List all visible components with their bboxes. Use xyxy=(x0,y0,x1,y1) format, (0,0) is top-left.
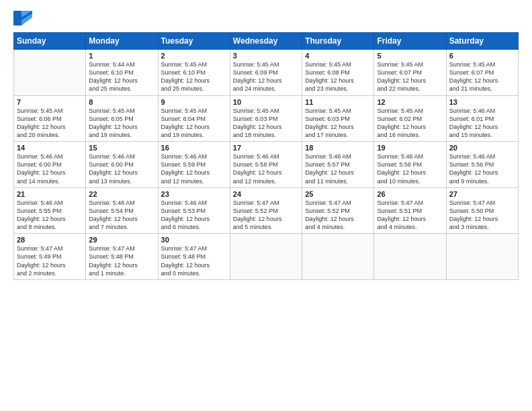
cell-content: Sunrise: 5:45 AMSunset: 6:09 PMDaylight:… xyxy=(233,60,299,93)
day-number: 5 xyxy=(377,52,443,60)
calendar-cell: 22Sunrise: 5:46 AMSunset: 5:54 PMDayligh… xyxy=(86,187,158,234)
calendar-cell: 27Sunrise: 5:47 AMSunset: 5:50 PMDayligh… xyxy=(446,187,518,234)
day-number: 4 xyxy=(305,52,371,60)
calendar-cell: 13Sunrise: 5:46 AMSunset: 6:01 PMDayligh… xyxy=(446,95,518,142)
header xyxy=(13,11,519,26)
day-number: 30 xyxy=(161,236,227,244)
cell-content: Sunrise: 5:46 AMSunset: 6:00 PMDaylight:… xyxy=(89,152,154,185)
cell-content: Sunrise: 5:47 AMSunset: 5:52 PMDaylight:… xyxy=(233,199,299,232)
calendar-week-row: 7Sunrise: 5:45 AMSunset: 6:06 PMDaylight… xyxy=(14,95,519,142)
cell-content: Sunrise: 5:46 AMSunset: 5:54 PMDaylight:… xyxy=(89,199,154,232)
day-number: 7 xyxy=(17,98,83,106)
calendar-cell: 25Sunrise: 5:47 AMSunset: 5:52 PMDayligh… xyxy=(302,187,374,234)
day-number: 8 xyxy=(89,98,154,106)
calendar-cell: 6Sunrise: 5:45 AMSunset: 6:07 PMDaylight… xyxy=(446,50,518,96)
weekday-header: Saturday xyxy=(446,33,518,50)
day-number: 13 xyxy=(449,98,515,106)
calendar-cell: 10Sunrise: 5:45 AMSunset: 6:03 PMDayligh… xyxy=(230,95,302,142)
weekday-header: Friday xyxy=(374,33,446,50)
cell-content: Sunrise: 5:44 AMSunset: 6:10 PMDaylight:… xyxy=(89,60,154,93)
day-number: 6 xyxy=(449,52,515,60)
calendar-cell: 5Sunrise: 5:45 AMSunset: 6:07 PMDaylight… xyxy=(374,50,446,96)
calendar-cell: 16Sunrise: 5:46 AMSunset: 5:59 PMDayligh… xyxy=(158,142,230,188)
day-number: 23 xyxy=(161,190,227,198)
cell-content: Sunrise: 5:47 AMSunset: 5:51 PMDaylight:… xyxy=(377,199,443,232)
day-number: 24 xyxy=(233,190,299,198)
calendar-cell xyxy=(302,234,374,280)
calendar-cell: 30Sunrise: 5:47 AMSunset: 5:48 PMDayligh… xyxy=(158,234,230,280)
calendar-week-row: 14Sunrise: 5:46 AMSunset: 6:00 PMDayligh… xyxy=(14,142,519,188)
calendar-cell: 26Sunrise: 5:47 AMSunset: 5:51 PMDayligh… xyxy=(374,187,446,234)
cell-content: Sunrise: 5:46 AMSunset: 5:58 PMDaylight:… xyxy=(233,152,299,185)
calendar-cell: 2Sunrise: 5:45 AMSunset: 6:10 PMDaylight… xyxy=(158,50,230,96)
cell-content: Sunrise: 5:45 AMSunset: 6:02 PMDaylight:… xyxy=(377,107,443,140)
cell-content: Sunrise: 5:46 AMSunset: 6:01 PMDaylight:… xyxy=(449,107,515,140)
cell-content: Sunrise: 5:45 AMSunset: 6:03 PMDaylight:… xyxy=(305,107,371,140)
cell-content: Sunrise: 5:46 AMSunset: 5:56 PMDaylight:… xyxy=(449,152,515,185)
day-number: 18 xyxy=(305,144,371,152)
calendar-cell: 19Sunrise: 5:46 AMSunset: 5:56 PMDayligh… xyxy=(374,142,446,188)
day-number: 10 xyxy=(233,98,299,106)
calendar-cell: 3Sunrise: 5:45 AMSunset: 6:09 PMDaylight… xyxy=(230,50,302,96)
logo-icon xyxy=(13,11,32,26)
calendar-cell: 18Sunrise: 5:46 AMSunset: 5:57 PMDayligh… xyxy=(302,142,374,188)
calendar-cell: 11Sunrise: 5:45 AMSunset: 6:03 PMDayligh… xyxy=(302,95,374,142)
cell-content: Sunrise: 5:46 AMSunset: 5:56 PMDaylight:… xyxy=(377,152,443,185)
day-number: 14 xyxy=(17,144,83,152)
weekday-header: Monday xyxy=(86,33,158,50)
weekday-header: Sunday xyxy=(14,33,86,50)
weekday-header: Wednesday xyxy=(230,33,302,50)
day-number: 9 xyxy=(161,98,227,106)
calendar-week-row: 21Sunrise: 5:46 AMSunset: 5:55 PMDayligh… xyxy=(14,187,519,234)
calendar-week-row: 1Sunrise: 5:44 AMSunset: 6:10 PMDaylight… xyxy=(14,50,519,96)
day-number: 19 xyxy=(377,144,443,152)
cell-content: Sunrise: 5:47 AMSunset: 5:48 PMDaylight:… xyxy=(89,244,154,277)
cell-content: Sunrise: 5:47 AMSunset: 5:48 PMDaylight:… xyxy=(161,244,227,277)
cell-content: Sunrise: 5:47 AMSunset: 5:50 PMDaylight:… xyxy=(449,199,515,232)
cell-content: Sunrise: 5:45 AMSunset: 6:05 PMDaylight:… xyxy=(89,107,154,140)
weekday-header: Thursday xyxy=(302,33,374,50)
weekday-header: Tuesday xyxy=(158,33,230,50)
calendar-cell: 17Sunrise: 5:46 AMSunset: 5:58 PMDayligh… xyxy=(230,142,302,188)
calendar-cell xyxy=(230,234,302,280)
calendar-cell: 8Sunrise: 5:45 AMSunset: 6:05 PMDaylight… xyxy=(86,95,158,142)
day-number: 12 xyxy=(377,98,443,106)
day-number: 22 xyxy=(89,190,154,198)
calendar-header-row: SundayMondayTuesdayWednesdayThursdayFrid… xyxy=(14,33,519,50)
cell-content: Sunrise: 5:45 AMSunset: 6:08 PMDaylight:… xyxy=(305,60,371,93)
calendar-cell: 12Sunrise: 5:45 AMSunset: 6:02 PMDayligh… xyxy=(374,95,446,142)
calendar-cell: 21Sunrise: 5:46 AMSunset: 5:55 PMDayligh… xyxy=(14,187,86,234)
cell-content: Sunrise: 5:47 AMSunset: 5:52 PMDaylight:… xyxy=(305,199,371,232)
calendar-cell xyxy=(446,234,518,280)
day-number: 3 xyxy=(233,52,299,60)
cell-content: Sunrise: 5:45 AMSunset: 6:07 PMDaylight:… xyxy=(449,60,515,93)
calendar-week-row: 28Sunrise: 5:47 AMSunset: 5:49 PMDayligh… xyxy=(14,234,519,280)
calendar-cell xyxy=(14,50,86,96)
cell-content: Sunrise: 5:47 AMSunset: 5:49 PMDaylight:… xyxy=(17,244,83,277)
calendar-cell xyxy=(374,234,446,280)
calendar-cell: 28Sunrise: 5:47 AMSunset: 5:49 PMDayligh… xyxy=(14,234,86,280)
calendar-cell: 29Sunrise: 5:47 AMSunset: 5:48 PMDayligh… xyxy=(86,234,158,280)
calendar-cell: 20Sunrise: 5:46 AMSunset: 5:56 PMDayligh… xyxy=(446,142,518,188)
calendar-cell: 9Sunrise: 5:45 AMSunset: 6:04 PMDaylight… xyxy=(158,95,230,142)
cell-content: Sunrise: 5:46 AMSunset: 5:55 PMDaylight:… xyxy=(17,199,83,232)
day-number: 15 xyxy=(89,144,154,152)
calendar-cell: 14Sunrise: 5:46 AMSunset: 6:00 PMDayligh… xyxy=(14,142,86,188)
calendar-cell: 4Sunrise: 5:45 AMSunset: 6:08 PMDaylight… xyxy=(302,50,374,96)
calendar: SundayMondayTuesdayWednesdayThursdayFrid… xyxy=(13,32,519,280)
calendar-cell: 15Sunrise: 5:46 AMSunset: 6:00 PMDayligh… xyxy=(86,142,158,188)
day-number: 27 xyxy=(449,190,515,198)
svg-rect-0 xyxy=(13,11,21,26)
day-number: 17 xyxy=(233,144,299,152)
day-number: 1 xyxy=(89,52,154,60)
logo xyxy=(13,11,35,26)
page: SundayMondayTuesdayWednesdayThursdayFrid… xyxy=(0,0,532,411)
day-number: 26 xyxy=(377,190,443,198)
calendar-cell: 7Sunrise: 5:45 AMSunset: 6:06 PMDaylight… xyxy=(14,95,86,142)
cell-content: Sunrise: 5:45 AMSunset: 6:06 PMDaylight:… xyxy=(17,107,83,140)
day-number: 11 xyxy=(305,98,371,106)
cell-content: Sunrise: 5:45 AMSunset: 6:07 PMDaylight:… xyxy=(377,60,443,93)
day-number: 29 xyxy=(89,236,154,244)
day-number: 28 xyxy=(17,236,83,244)
calendar-cell: 23Sunrise: 5:46 AMSunset: 5:53 PMDayligh… xyxy=(158,187,230,234)
